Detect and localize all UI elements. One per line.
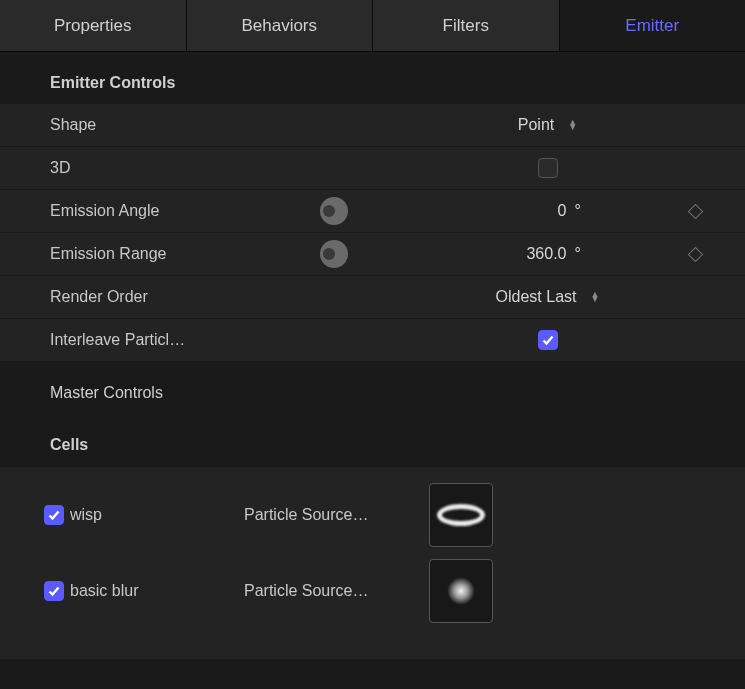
unit-degree: ° xyxy=(575,202,589,220)
tab-filters[interactable]: Filters xyxy=(373,0,560,51)
label-shape: Shape xyxy=(50,116,320,134)
tab-emitter[interactable]: Emitter xyxy=(560,0,746,51)
dial-emission-range[interactable] xyxy=(320,240,348,268)
row-shape: Shape Point ▲▼ xyxy=(0,103,745,147)
label-emission-range: Emission Range xyxy=(50,245,320,263)
label-emission-angle: Emission Angle xyxy=(50,202,320,220)
checkbox-interleave[interactable] xyxy=(538,330,558,350)
particle-source-label: Particle Source… xyxy=(244,582,429,600)
updown-icon: ▲▼ xyxy=(591,292,600,302)
wisp-preview-icon xyxy=(437,504,485,526)
tab-behaviors[interactable]: Behaviors xyxy=(187,0,374,51)
row-emission-range: Emission Range 360.0 ° xyxy=(0,232,745,276)
row-interleave: Interleave Particl… xyxy=(0,318,745,362)
label-3d: 3D xyxy=(50,159,320,177)
cell-name-basic-blur: basic blur xyxy=(70,582,138,600)
keyframe-diamond[interactable] xyxy=(687,246,703,262)
section-emitter-controls: Emitter Controls xyxy=(0,52,745,104)
row-3d: 3D xyxy=(0,146,745,190)
section-master-controls[interactable]: Master Controls xyxy=(0,362,745,414)
cell-row-basic-blur: basic blur Particle Source… xyxy=(44,553,715,629)
shape-select[interactable]: Point ▲▼ xyxy=(420,116,675,134)
render-order-select[interactable]: Oldest Last ▲▼ xyxy=(420,288,675,306)
dial-emission-angle[interactable] xyxy=(320,197,348,225)
blur-preview-icon xyxy=(447,577,475,605)
cell-thumb-wisp[interactable] xyxy=(429,483,493,547)
tabs-bar: Properties Behaviors Filters Emitter xyxy=(0,0,745,52)
checkbox-cell-basic-blur[interactable] xyxy=(44,581,64,601)
keyframe-diamond[interactable] xyxy=(687,203,703,219)
tab-properties[interactable]: Properties xyxy=(0,0,187,51)
cell-name-wisp: wisp xyxy=(70,506,102,524)
row-emission-angle: Emission Angle 0 ° xyxy=(0,189,745,233)
label-render-order: Render Order xyxy=(50,288,320,306)
checkbox-cell-wisp[interactable] xyxy=(44,505,64,525)
checkbox-3d[interactable] xyxy=(538,158,558,178)
unit-degree: ° xyxy=(575,245,589,263)
label-interleave: Interleave Particl… xyxy=(50,331,320,349)
particle-source-label: Particle Source… xyxy=(244,506,429,524)
section-cells: Cells xyxy=(0,414,745,466)
value-emission-range[interactable]: 360.0 xyxy=(507,245,567,263)
value-emission-angle[interactable]: 0 xyxy=(507,202,567,220)
cell-row-wisp: wisp Particle Source… xyxy=(44,477,715,553)
updown-icon: ▲▼ xyxy=(568,120,577,130)
cell-thumb-basic-blur[interactable] xyxy=(429,559,493,623)
row-render-order: Render Order Oldest Last ▲▼ xyxy=(0,275,745,319)
